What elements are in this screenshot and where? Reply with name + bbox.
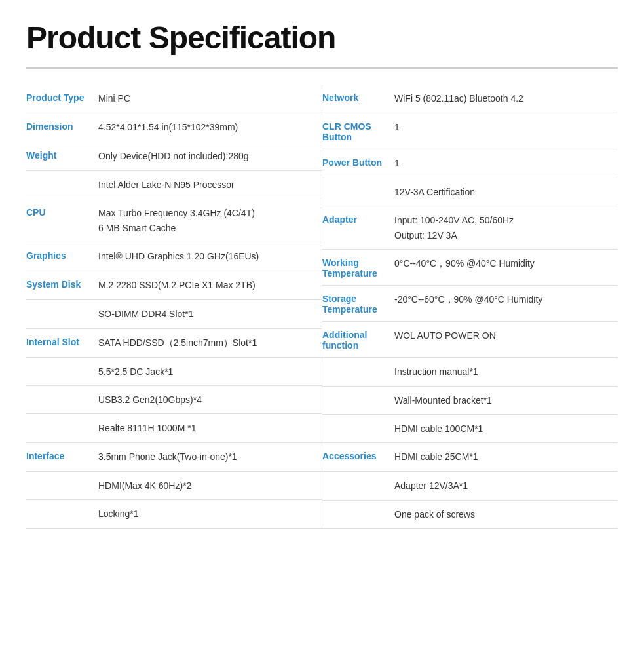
clr-cmos-row: CLR CMOS Button 1: [322, 113, 618, 149]
spec-table: Product Type Mini PC Dimension 4.52*4.01…: [26, 85, 618, 529]
internal-slot-2-value: SATA HDD/SSD（2.5inch7mm）Slot*1: [98, 336, 322, 350]
dimension-value: 4.52*4.01*1.54 in(115*102*39mm): [98, 120, 322, 134]
network-label: Network: [322, 91, 394, 103]
storage-temp-row: Storage Temperature -20°C--60°C，90% @40°…: [322, 286, 618, 322]
accessories-label: Accessories: [322, 450, 394, 461]
accessories-1-value: Instruction manual*1: [394, 364, 618, 379]
clr-cmos-value: 1: [394, 120, 618, 134]
interface-realte-value: Realte 8111H 1000M *1: [98, 421, 322, 435]
left-column: Product Type Mini PC Dimension 4.52*4.01…: [26, 85, 322, 529]
network-row: Network WiFi 5 (802.11ac) Bluetooth 4.2: [322, 85, 618, 113]
interface-locking-value: Locking*1: [98, 507, 322, 521]
cpu-label: CPU: [26, 206, 98, 218]
graphics-value: Intel® UHD Graphics 1.20 GHz(16EUs): [98, 249, 322, 263]
storage-temp-label: Storage Temperature: [322, 292, 394, 315]
accessories-2-row: Wall-Mounted bracket*1: [322, 387, 618, 415]
accessories-2-value: Wall-Mounted bracket*1: [394, 393, 618, 408]
system-disk-value: M.2 2280 SSD(M.2 PCIe X1 Max 2TB): [98, 278, 322, 292]
working-temp-value: 0°C--40°C，90% @40°C Humidity: [394, 256, 618, 271]
power-button-value: 1: [394, 156, 618, 170]
additional-function-row: Additional function WOL AUTO POWER ON: [322, 322, 618, 358]
interface-usb-value: USB3.2 Gen2(10Gbps)*4: [98, 393, 322, 407]
internal-slot-2-row: Internal Slot SATA HDD/SSD（2.5inch7mm）Sl…: [26, 329, 322, 358]
additional-function-label: Additional function: [322, 328, 394, 351]
interface-hdmi-value: HDMI(Max 4K 60Hz)*2: [98, 478, 322, 493]
interface-usb-row: USB3.2 Gen2(10Gbps)*4: [26, 386, 322, 414]
interface-35mm-value: 3.5mm Phone Jack(Two-in-one)*1: [98, 450, 322, 464]
additional-function-value: WOL AUTO POWER ON: [394, 328, 618, 343]
interface-dc-value: 5.5*2.5 DC Jack*1: [98, 364, 322, 379]
dimension-label: Dimension: [26, 120, 98, 132]
product-type-row: Product Type Mini PC: [26, 85, 322, 113]
cpu-value: Max Turbo Frequency 3.4GHz (4C/4T) 6 MB …: [98, 206, 322, 235]
accessories-5-value: Adapter 12V/3A*1: [394, 478, 618, 493]
interface-locking-row: Locking*1: [26, 500, 322, 528]
adapter-1-row: 12V-3A Certification: [322, 178, 618, 206]
accessories-3-value: HDMI cable 100CM*1: [394, 421, 618, 436]
cpu-row: CPU Max Turbo Frequency 3.4GHz (4C/4T) 6…: [26, 199, 322, 242]
accessories-4-value: HDMI cable 25CM*1: [394, 450, 618, 464]
interface-dc-row: 5.5*2.5 DC Jack*1: [26, 358, 322, 386]
clr-cmos-label: CLR CMOS Button: [322, 120, 394, 142]
graphics-label: Graphics: [26, 249, 98, 261]
product-type-label: Product Type: [26, 91, 98, 103]
interface-realte-row: Realte 8111H 1000M *1: [26, 414, 322, 442]
accessories-1-row: Instruction manual*1: [322, 358, 618, 386]
adapter-2-row: Adapter Input: 100-240V AC, 50/60Hz Outp…: [322, 206, 618, 250]
cpu-processor-row: Intel Alder Lake-N N95 Processor: [26, 171, 322, 199]
adapter-1-value: 12V-3A Certification: [394, 185, 618, 199]
interface-label: Interface: [26, 450, 98, 461]
accessories-5-row: Adapter 12V/3A*1: [322, 472, 618, 500]
adapter-label: Adapter: [322, 213, 394, 225]
accessories-4-row: Accessories HDMI cable 25CM*1: [322, 443, 618, 472]
system-disk-row: System Disk M.2 2280 SSD(M.2 PCIe X1 Max…: [26, 271, 322, 300]
internal-slot-1-value: SO-DIMM DDR4 Slot*1: [98, 307, 322, 321]
product-type-value: Mini PC: [98, 91, 322, 105]
adapter-2-value: Input: 100-240V AC, 50/60Hz Output: 12V …: [394, 213, 618, 242]
title-divider: [26, 67, 618, 69]
storage-temp-value: -20°C--60°C，90% @40°C Humidity: [394, 292, 618, 307]
right-column: Network WiFi 5 (802.11ac) Bluetooth 4.2 …: [322, 85, 618, 529]
weight-row: Weight Only Device(HDD not included):280…: [26, 142, 322, 171]
accessories-3-row: HDMI cable 100CM*1: [322, 415, 618, 443]
weight-label: Weight: [26, 149, 98, 161]
power-button-row: Power Button 1: [322, 149, 618, 178]
internal-slot-1-row: SO-DIMM DDR4 Slot*1: [26, 300, 322, 328]
page-title: Product Specification: [26, 20, 618, 56]
internal-slot-label: Internal Slot: [26, 336, 98, 347]
dimension-row: Dimension 4.52*4.01*1.54 in(115*102*39mm…: [26, 113, 322, 142]
power-button-label: Power Button: [322, 156, 394, 168]
weight-value: Only Device(HDD not included):280g: [98, 149, 322, 163]
network-value: WiFi 5 (802.11ac) Bluetooth 4.2: [394, 91, 618, 105]
interface-35mm-row: Interface 3.5mm Phone Jack(Two-in-one)*1: [26, 443, 322, 472]
cpu-processor-value: Intel Alder Lake-N N95 Processor: [98, 178, 322, 192]
working-temp-label: Working Temperature: [322, 256, 394, 278]
working-temp-row: Working Temperature 0°C--40°C，90% @40°C …: [322, 250, 618, 286]
accessories-6-value: One pack of screws: [394, 507, 618, 522]
interface-hdmi-row: HDMI(Max 4K 60Hz)*2: [26, 472, 322, 500]
accessories-6-row: One pack of screws: [322, 501, 618, 529]
system-disk-label: System Disk: [26, 278, 98, 290]
graphics-row: Graphics Intel® UHD Graphics 1.20 GHz(16…: [26, 242, 322, 271]
